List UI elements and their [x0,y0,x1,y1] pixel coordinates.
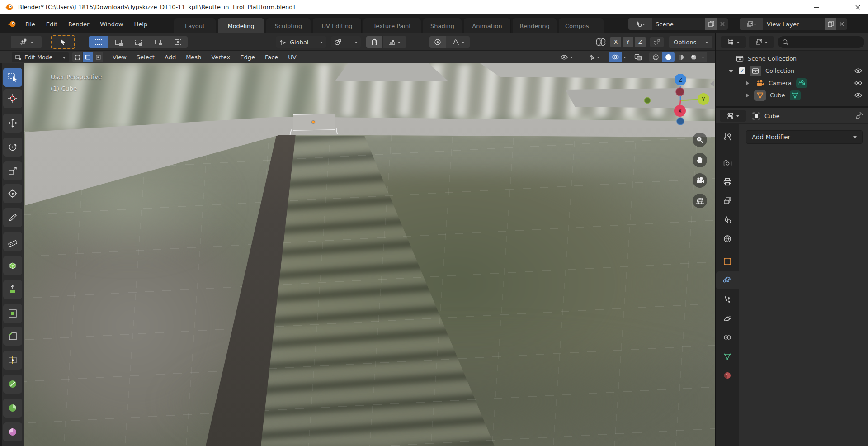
outliner-row-cube[interactable]: Cube [716,89,868,101]
view-layer-remove-button[interactable] [836,18,847,30]
scene-new-button[interactable] [705,18,717,30]
select-mode-subtract-button[interactable] [128,36,148,48]
menu-uv[interactable]: UV [283,51,301,63]
menu-render[interactable]: Render [63,18,94,30]
tool-annotate[interactable] [3,208,22,227]
outliner-filter-dropdown[interactable] [749,36,774,48]
scene-browse-button[interactable] [628,18,652,30]
tab-shading[interactable]: Shading [423,18,462,33]
proportional-editing-button[interactable] [429,36,446,48]
tab-object-data[interactable] [716,347,739,365]
close-button[interactable] [847,0,868,14]
object-visibility-dropdown[interactable] [554,52,579,62]
hide-eye-icon[interactable] [854,92,863,98]
tool-bevel[interactable] [3,327,22,346]
tab-object[interactable] [716,252,739,270]
hide-eye-icon[interactable] [854,68,863,74]
view-layer-new-button[interactable] [825,18,836,30]
tool-add-cube[interactable] [3,256,22,275]
shading-material-button[interactable] [675,52,687,62]
snap-settings-dropdown[interactable] [383,36,406,48]
transform-orientation-dropdown[interactable]: Global [276,36,326,48]
scene-unlink-button[interactable] [717,18,728,30]
mode-dropdown[interactable]: Edit Mode [12,52,69,62]
menu-vertex[interactable]: Vertex [206,51,235,63]
tab-scene[interactable] [716,211,739,229]
maximize-button[interactable] [826,0,847,14]
view-layer-name-field[interactable]: View Layer [763,18,825,30]
tool-select-box[interactable] [3,68,22,87]
shading-dropdown-chevron[interactable] [702,57,704,60]
outliner-display-mode-dropdown[interactable] [721,36,746,48]
face-select-button[interactable] [93,52,103,62]
edge-select-button[interactable] [83,52,93,62]
snap-symmetry-button[interactable] [650,37,664,47]
tool-smooth[interactable] [3,422,22,441]
tab-render[interactable] [716,154,739,172]
tab-constraints[interactable] [716,328,739,346]
tab-particles[interactable] [716,290,739,308]
tab-compositing[interactable]: Compos [559,18,604,33]
shading-rendered-button[interactable] [687,52,700,62]
add-modifier-dropdown[interactable]: Add Modifier [746,130,863,144]
menu-add[interactable]: Add [160,51,181,63]
tool-inset-faces[interactable] [3,304,22,323]
tab-rendering[interactable]: Rendering [513,18,557,33]
menu-window[interactable]: Window [94,18,128,30]
menu-mesh[interactable]: Mesh [181,51,206,63]
tool-scale[interactable] [3,161,22,180]
tool-rotate[interactable] [3,138,22,157]
tool-loop-cut[interactable] [3,351,22,370]
menu-file[interactable]: File [20,18,41,30]
menu-help[interactable]: Help [129,18,153,30]
outliner-search-input[interactable] [778,36,864,48]
viewport-3d[interactable]: User Perspective (1) Cube Z Y X [24,63,715,446]
tool-measure[interactable] [3,232,22,251]
pin-icon[interactable] [855,111,863,120]
select-mode-invert-button[interactable] [148,36,168,48]
active-tool-indicator[interactable] [51,35,75,49]
collapse-triangle-icon[interactable] [729,70,733,75]
menu-edge[interactable]: Edge [235,51,260,63]
mirror-z-toggle[interactable]: Z [635,37,646,47]
properties-editor-type-dropdown[interactable] [720,110,746,122]
collection-checkbox[interactable]: ✓ [739,67,745,74]
select-mode-new-button[interactable] [89,36,108,48]
menu-view[interactable]: View [108,51,132,63]
select-mode-extend-button[interactable] [108,36,128,48]
expand-triangle-icon[interactable] [746,93,751,98]
snap-toggle-button[interactable] [366,36,382,48]
zoom-button[interactable] [693,133,707,147]
menu-edit[interactable]: Edit [41,18,63,30]
tool-knife[interactable] [3,375,22,394]
camera-data-badge[interactable] [796,78,807,88]
mirror-x-toggle[interactable]: X [610,37,621,47]
tab-modifiers[interactable] [716,271,739,289]
mirror-y-toggle[interactable]: Y [623,37,633,47]
tab-layout[interactable]: Layout [174,18,216,33]
show-overlays-toggle[interactable] [609,52,622,62]
mesh-data-badge[interactable] [790,90,801,100]
overlays-dropdown[interactable] [609,52,627,62]
menu-face[interactable]: Face [260,51,283,63]
minimize-button[interactable] [806,0,826,14]
outliner-row-camera[interactable]: Camera [716,77,868,89]
tool-cursor[interactable] [3,89,22,108]
tab-material[interactable] [716,366,739,384]
tool-transform[interactable] [3,184,22,203]
tab-physics[interactable] [716,309,739,327]
gizmos-dropdown[interactable] [581,52,606,62]
outliner-row-collection[interactable]: ✓ Collection [716,65,868,77]
xray-toggle[interactable] [631,52,645,62]
outliner-row-scene-collection[interactable]: Scene Collection [716,52,868,65]
scene-name-field[interactable]: Scene [652,18,705,30]
menu-select[interactable]: Select [132,51,160,63]
vertex-select-button[interactable] [72,52,82,62]
tab-modeling[interactable]: Modeling [218,18,264,33]
camera-view-button[interactable] [693,173,707,188]
proportional-falloff-dropdown[interactable] [446,36,470,48]
pan-hand-button[interactable] [693,153,707,167]
select-mode-intersect-button[interactable] [168,36,188,48]
tab-output[interactable] [716,173,739,191]
options-dropdown[interactable]: Options [669,36,712,48]
